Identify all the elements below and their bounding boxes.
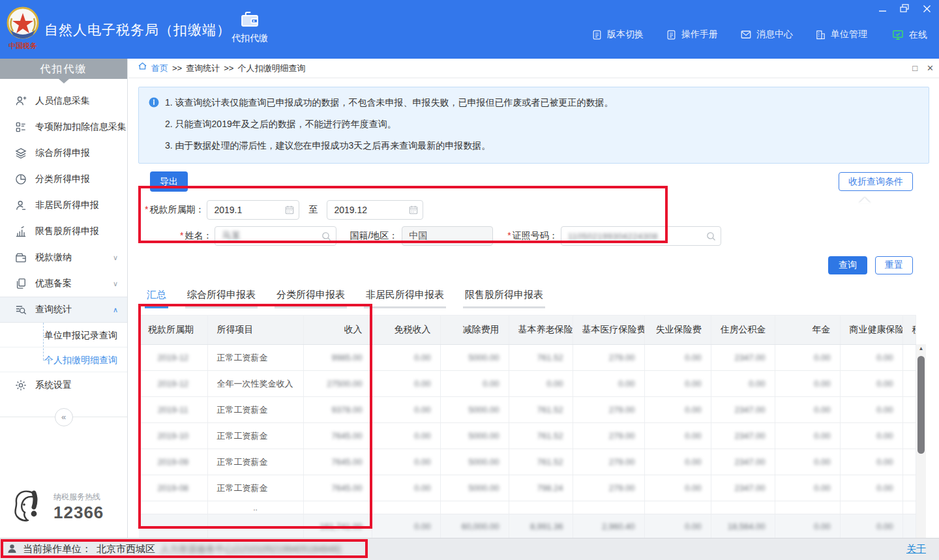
form-actions: 查询 重置	[138, 256, 929, 276]
cell: 0.00	[840, 345, 902, 371]
sidebar-collapse-button[interactable]: «	[55, 408, 73, 426]
sidebar-header-notch	[59, 79, 69, 83]
tab[interactable]: 综合所得申报表	[185, 285, 258, 308]
sidebar-subitem[interactable]: 个人扣缴明细查询	[0, 347, 127, 372]
reset-button[interactable]: 重置	[875, 256, 913, 274]
current-unit-visible: 北京市西城区	[97, 543, 155, 555]
window-controls	[876, 3, 932, 14]
table-row[interactable]: 2019-08正常工资薪金7645.000.005000.00798.24279…	[139, 475, 916, 501]
current-unit-blurred: 人力资源服务中心(12101052199405184848)	[160, 544, 341, 555]
export-button[interactable]: 导出	[150, 171, 188, 192]
cell: 279.00	[573, 423, 644, 449]
pane-close-button[interactable]: ✕	[927, 59, 934, 78]
tax-bureau-logo-icon: 中国税务	[5, 5, 40, 53]
tab[interactable]: 非居民所得申报表	[364, 285, 446, 308]
sidebar-item[interactable]: 优惠备案∨	[0, 271, 127, 297]
sidebar-subitem[interactable]: 单位申报记录查询	[0, 323, 127, 347]
sidebar-item[interactable]: 非居民所得申报	[0, 192, 127, 218]
collapse-conditions-button[interactable]: 收折查询条件	[839, 172, 913, 191]
id-number-input[interactable]: 110502199304224308	[561, 226, 721, 246]
cell: 279.00	[573, 449, 644, 475]
sidebar-item[interactable]: 系统设置	[0, 372, 127, 398]
cell: 正常工资薪金	[207, 345, 303, 371]
cell: 0.00	[775, 371, 840, 397]
cell: 2347.00	[711, 475, 775, 501]
cell: 0.00	[372, 371, 440, 397]
table-row[interactable]: 2019-09正常工资薪金7645.000.005000.00761.52279…	[139, 449, 916, 475]
mail-icon	[740, 29, 752, 40]
minimize-button[interactable]	[876, 3, 888, 14]
calendar-icon[interactable]	[408, 205, 419, 217]
column-header: 免税收入	[372, 316, 440, 345]
chevron-up-icon: ∧	[113, 306, 118, 314]
table-row[interactable]: 2019-11正常工资薪金9378.000.005000.00761.52279…	[139, 397, 916, 423]
breadcrumb-home[interactable]: 首页	[151, 59, 168, 78]
column-header: 所得项目	[207, 316, 303, 345]
header-link[interactable]: 消息中心	[740, 29, 793, 40]
restore-button[interactable]	[899, 3, 910, 14]
cell: 0.00	[840, 423, 902, 449]
sidebar-divider: «	[0, 417, 127, 417]
chevron-down-icon: ∨	[113, 280, 118, 288]
wallet-icon	[14, 251, 27, 264]
cell	[644, 501, 711, 514]
cell	[902, 397, 916, 423]
cell: 正常工资薪金	[207, 475, 303, 501]
table-row[interactable]: 2019-10正常工资薪金7645.000.005000.00761.52279…	[139, 423, 916, 449]
close-button[interactable]	[921, 3, 932, 14]
sidebar-item[interactable]: 限售股所得申报	[0, 218, 127, 244]
cell	[902, 345, 916, 371]
search-icon[interactable]	[706, 231, 717, 244]
tab[interactable]: 分类所得申报表	[275, 285, 347, 308]
hotline-label: 纳税服务热线	[53, 492, 104, 503]
search-icon[interactable]	[321, 231, 332, 244]
name-input[interactable]: 马某	[215, 226, 336, 246]
breadcrumb: 首页 >> 查询统计 >> 个人扣缴明细查询 □ ✕	[128, 59, 939, 78]
cell: 0.00	[509, 371, 573, 397]
sidebar-item-label: 系统设置	[35, 379, 118, 391]
cell	[902, 371, 916, 397]
about-link[interactable]: 关于	[906, 543, 926, 555]
sidebar-item[interactable]: 综合所得申报	[0, 140, 127, 166]
notice-panel: 1. 该查询统计表仅能查询已申报成功的数据，不包含未申报、申报失败，已申报但已作…	[138, 87, 929, 164]
header-link[interactable]: 版本切换	[591, 29, 644, 40]
scroll-up-arrow[interactable]: ▲	[916, 344, 926, 353]
home-icon	[138, 59, 147, 78]
sidebar-subitem-label: 个人扣缴明细查询	[44, 355, 117, 365]
cell: --	[139, 514, 207, 539]
calendar-icon[interactable]	[284, 205, 295, 217]
sidebar-item[interactable]: 税款缴纳∨	[0, 244, 127, 271]
layers-icon	[14, 147, 27, 160]
table-row[interactable]: 2019-12全年一次性奖金收入27500.000.000.000.000.00…	[139, 371, 916, 397]
total-row: ----161,741.000.0060,000.008,991.362,960…	[139, 514, 916, 539]
sidebar-item-label: 综合所得申报	[35, 147, 118, 159]
tab[interactable]: 汇总	[145, 285, 168, 308]
sidebar-item[interactable]: 人员信息采集	[0, 88, 127, 114]
sidebar-item[interactable]: 查询统计∧	[0, 297, 127, 323]
toolbar: 导出 收折查询条件	[138, 171, 929, 192]
cell: 27500.00	[303, 371, 372, 397]
table-row[interactable]: 2019-12正常工资薪金9985.000.005000.00761.52279…	[139, 345, 916, 371]
period-from-input[interactable]: 2019.1	[207, 200, 299, 220]
pane-maximize-button[interactable]: □	[912, 59, 917, 78]
nationality-label: 国籍/地区：	[350, 230, 398, 242]
vertical-scrollbar[interactable]: ▲ ▼	[916, 344, 926, 560]
cell: 798.24	[509, 475, 573, 501]
vertical-scroll-thumb[interactable]	[917, 356, 925, 454]
header-link[interactable]: 单位管理	[815, 29, 867, 40]
cell: 5000.00	[440, 345, 509, 371]
search-button[interactable]: 查询	[828, 256, 867, 274]
cell	[440, 501, 509, 514]
sidebar-item[interactable]: 分类所得申报	[0, 166, 127, 192]
period-to-input[interactable]: 2019.12	[327, 200, 423, 220]
info-icon	[148, 96, 160, 112]
notice-text: 1. 该查询统计表仅能查询已申报成功的数据，不包含未申报、申报失败，已申报但已作…	[165, 95, 614, 112]
cell: 5000.00	[440, 449, 509, 475]
tab[interactable]: 限售股所得申报表	[463, 285, 545, 308]
header-link[interactable]: 操作手册	[666, 29, 718, 40]
tab-daikou-daijiao[interactable]: 代扣代缴	[227, 9, 273, 44]
id-number-label: *证照号码：	[507, 230, 558, 242]
sidebar-item[interactable]: 专项附加扣除信息采集	[0, 114, 127, 140]
user-add-icon	[14, 95, 27, 108]
hotline-number: 12366	[53, 503, 104, 523]
